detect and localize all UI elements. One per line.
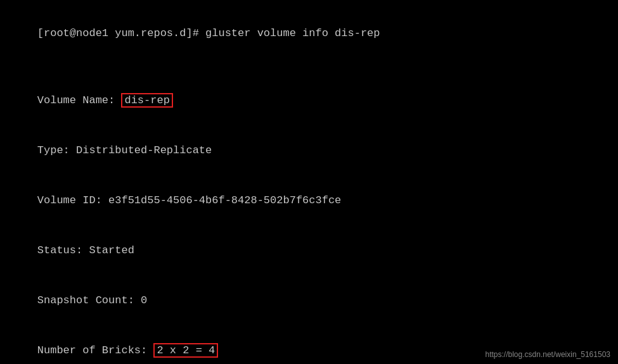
bricks-count-label: Number of Bricks: — [37, 344, 154, 356]
watermark: https://blog.csdn.net/weixin_5161503 — [486, 350, 610, 359]
bricks-count-value: 2 x 2 = 4 — [153, 343, 218, 358]
command-text: [root@node1 yum.repos.d]# gluster volume… — [37, 27, 380, 39]
status-line: Status: Started — [11, 225, 607, 275]
volume-id-line: Volume ID: e3f51d55-4506-4b6f-8428-502b7… — [11, 175, 607, 225]
command-line: [root@node1 yum.repos.d]# gluster volume… — [11, 9, 607, 59]
volume-name-label: Volume Name: — [37, 94, 122, 106]
terminal-window: [root@node1 yum.repos.d]# gluster volume… — [0, 0, 618, 364]
blank-line-1 — [11, 59, 607, 75]
type-line: Type: Distributed-Replicate — [11, 125, 607, 175]
snapshot-count-line: Snapshot Count: 0 — [11, 276, 607, 326]
volume-name-value: dis-rep — [121, 93, 172, 108]
volume-name-line: Volume Name: dis-rep — [11, 75, 607, 125]
